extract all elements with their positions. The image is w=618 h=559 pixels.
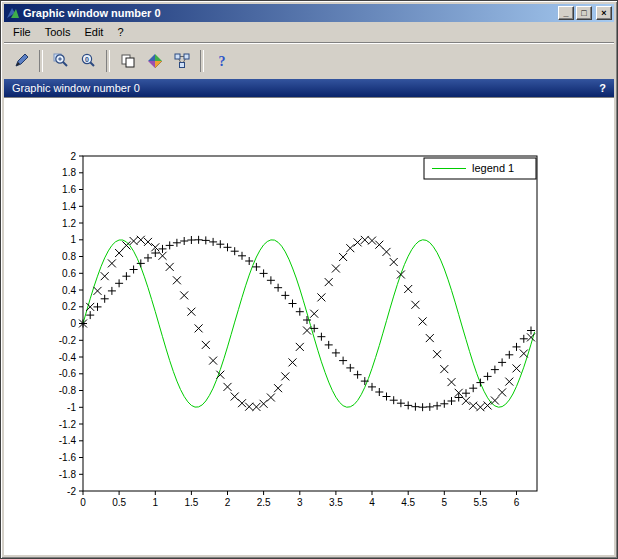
svg-text:-1: -1 [67,402,76,413]
svg-text:-1.4: -1.4 [59,435,77,446]
svg-text:1.2: 1.2 [62,218,76,229]
window-controls: _ □ × [558,6,612,20]
svg-text:2: 2 [70,151,76,162]
zoom-reset-icon: 0 [79,52,97,70]
toolbar-separator [106,50,110,72]
svg-text:0.5: 0.5 [112,497,126,508]
svg-text:4: 4 [369,497,375,508]
menu-help[interactable]: ? [110,24,130,40]
titlebar[interactable]: Graphic window number 0 _ □ × [4,4,614,22]
zoom-in-icon [52,52,70,70]
help-icon: ? [213,52,231,70]
svg-text:0.4: 0.4 [62,285,76,296]
export-icon [12,52,30,70]
svg-text:5.5: 5.5 [473,497,487,508]
svg-text:3.5: 3.5 [329,497,343,508]
svg-text:1: 1 [153,497,159,508]
toolbar-separator [39,50,43,72]
app-window: Graphic window number 0 _ □ × File Tools… [0,0,618,559]
svg-text:-0.4: -0.4 [59,352,77,363]
svg-text:4.5: 4.5 [401,497,415,508]
ged-button[interactable] [169,48,195,74]
svg-text:-1.2: -1.2 [59,419,77,430]
menu-edit[interactable]: Edit [77,24,110,40]
copy-icon [119,52,137,70]
rotation-icon [146,52,164,70]
svg-text:0.8: 0.8 [62,251,76,262]
svg-text:legend 1: legend 1 [472,162,514,174]
svg-text:2: 2 [225,497,231,508]
menu-tools[interactable]: Tools [38,24,78,40]
svg-text:0: 0 [85,56,89,63]
plot-canvas[interactable]: 00.511.522.533.544.555.5621.81.61.41.210… [4,98,614,555]
svg-text:1.6: 1.6 [62,184,76,195]
svg-text:-1.6: -1.6 [59,452,77,463]
svg-text:1: 1 [70,234,76,245]
svg-text:0: 0 [70,318,76,329]
toolbar: 0 [4,42,614,79]
svg-text:-1.8: -1.8 [59,469,77,480]
svg-text:1.5: 1.5 [184,497,198,508]
svg-text:0.6: 0.6 [62,268,76,279]
help-button[interactable]: ? [209,48,235,74]
svg-text:-0.2: -0.2 [59,335,77,346]
rotation-button[interactable] [142,48,168,74]
export-button[interactable] [8,48,34,74]
zoom-in-button[interactable] [48,48,74,74]
minimize-button[interactable]: _ [558,6,574,20]
svg-text:-2: -2 [67,486,76,497]
svg-text:0.2: 0.2 [62,301,76,312]
svg-text:6: 6 [514,497,520,508]
copy-button[interactable] [115,48,141,74]
window-title: Graphic window number 0 [23,7,555,19]
maximize-button[interactable]: □ [576,6,592,20]
infobar: Graphic window number 0 ? [4,79,614,97]
menu-file[interactable]: File [6,24,38,40]
app-icon [6,6,20,20]
svg-text:-0.8: -0.8 [59,385,77,396]
ged-icon [173,52,191,70]
figure-area: 00.511.522.533.544.555.5621.81.61.41.210… [4,97,614,555]
zoom-reset-button[interactable]: 0 [75,48,101,74]
svg-text:3: 3 [297,497,303,508]
svg-text:?: ? [219,54,226,69]
svg-text:1.4: 1.4 [62,201,76,212]
svg-text:5: 5 [442,497,448,508]
svg-text:2.5: 2.5 [257,497,271,508]
menubar: File Tools Edit ? [4,22,614,42]
svg-text:0: 0 [80,497,86,508]
infobar-help-icon[interactable]: ? [599,82,606,94]
toolbar-separator [200,50,204,72]
svg-text:1.8: 1.8 [62,167,76,178]
svg-text:-0.6: -0.6 [59,368,77,379]
close-button[interactable]: × [596,6,612,20]
infobar-title: Graphic window number 0 [12,82,140,94]
